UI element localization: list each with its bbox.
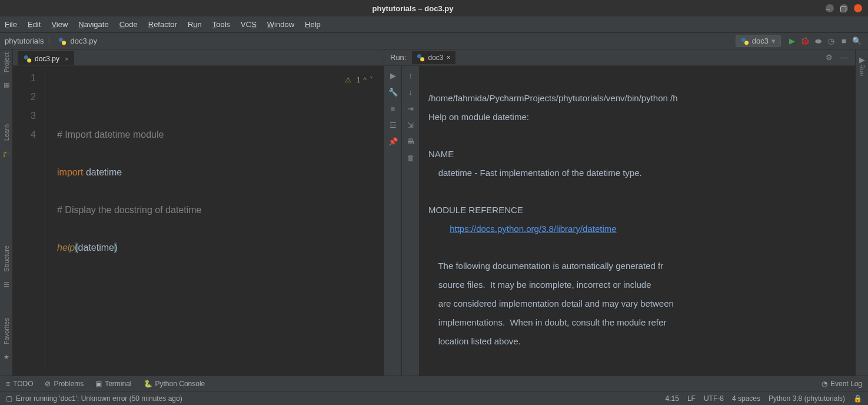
menu-tools[interactable]: Tools	[212, 20, 230, 29]
tool-python-console[interactable]: 🐍 Python Console	[144, 380, 205, 388]
status-icon[interactable]: ▢	[6, 394, 12, 403]
menu-code[interactable]: Code	[119, 20, 138, 29]
tool-todo[interactable]: ≡ TODO	[6, 380, 33, 388]
indent[interactable]: 4 spaces	[732, 394, 760, 403]
menu-help[interactable]: Help	[305, 20, 321, 29]
breadcrumb: phytutorials 〉 doc3.py	[5, 36, 736, 47]
layout-icon[interactable]: ☲	[388, 120, 398, 130]
close-tab-icon[interactable]: ×	[65, 55, 68, 62]
toolbar: phytutorials 〉 doc3.py doc3 ▾ ▶ 🐞 ⬬ ◷ ■ …	[0, 33, 868, 49]
svg-point-6	[417, 54, 421, 58]
menu-refactor[interactable]: Refactor	[148, 20, 177, 29]
menu-navigate[interactable]: Navigate	[78, 20, 108, 29]
tool-project[interactable]: Project	[3, 52, 10, 72]
debug-button[interactable]: 🐞	[800, 36, 810, 46]
settings-icon[interactable]: ⚙	[824, 53, 834, 62]
menu-edit[interactable]: Edit	[28, 20, 41, 29]
line-separator[interactable]: LF	[687, 394, 696, 403]
menu-vcs[interactable]: VCS	[241, 20, 257, 29]
minimize-pane-icon[interactable]: —	[840, 53, 849, 62]
trash-icon[interactable]: 🗑	[406, 153, 415, 162]
tool-structure[interactable]: Structure	[3, 245, 10, 272]
menu-view[interactable]: View	[51, 20, 68, 29]
scroll-icon[interactable]: ⇲	[406, 120, 415, 130]
run-pane: Run: doc3 × ⚙ — ▶ 🔧 ■ ☲ 📌 ↑ ↓ ⇥ ⇲	[384, 49, 855, 376]
console-output[interactable]: /home/fahmida/PycharmProjects/phytutoria…	[420, 66, 855, 376]
tool-favorites[interactable]: Favorites	[3, 318, 10, 344]
status-bar: ▢ Error running 'doc1': Unknown error (5…	[0, 391, 868, 405]
search-icon[interactable]: 🔍	[852, 36, 862, 46]
profile-button[interactable]: ◷	[826, 36, 836, 46]
lock-icon[interactable]: 🔒	[853, 394, 862, 403]
tool-run-label[interactable]: Run	[859, 64, 866, 76]
bottom-toolbar: ≡ TODO ⊘ Problems ▣ Terminal 🐍 Python Co…	[0, 376, 868, 391]
right-tool-strip: ▶ Run	[855, 49, 868, 376]
editor-tabs: doc3.py ×	[13, 49, 384, 66]
titlebar: phytutorials – doc3.py – ▢	[0, 0, 868, 16]
stop-button[interactable]: ■	[839, 36, 849, 46]
tool-learn[interactable]: Learn	[3, 124, 10, 141]
menu-window[interactable]: Window	[267, 20, 294, 29]
line-gutter: 1 2 3 4	[13, 66, 45, 376]
run-tab[interactable]: doc3 ×	[412, 51, 455, 64]
interpreter[interactable]: Python 3.8 (phytutorials)	[769, 394, 845, 403]
python-file-icon	[24, 55, 32, 63]
pin-icon[interactable]: 📌	[388, 137, 398, 146]
window-title: phytutorials – doc3.py	[6, 4, 820, 13]
up-icon[interactable]: ↑	[406, 71, 415, 80]
menubar: File Edit View Navigate Code Refactor Ru…	[0, 16, 868, 33]
svg-point-2	[741, 37, 746, 41]
run-button[interactable]: ▶	[787, 36, 797, 46]
run-gutter-right: ↑ ↓ ⇥ ⇲ 🖶 🗑	[402, 66, 420, 376]
learn-icon[interactable]: 🎓	[2, 150, 11, 157]
run-gutter-left: ▶ 🔧 ■ ☲ 📌	[384, 66, 402, 376]
coverage-button[interactable]: ⬬	[813, 36, 823, 46]
project-icon[interactable]: ▦	[4, 81, 9, 89]
python-icon	[741, 37, 749, 45]
wrench-icon[interactable]: 🔧	[388, 87, 398, 97]
code-editor[interactable]: 1 2 3 4 ⚠ 1 ^ ˅ # Import datetime module…	[13, 66, 384, 376]
event-log[interactable]: ◔ Event Log	[822, 380, 862, 388]
encoding[interactable]: UTF-8	[704, 394, 724, 403]
run-body: ▶ 🔧 ■ ☲ 📌 ↑ ↓ ⇥ ⇲ 🖶 🗑 /home/fahmida/Pych…	[384, 66, 855, 376]
menu-file[interactable]: File	[5, 20, 17, 29]
close-button[interactable]	[854, 4, 862, 12]
structure-icon[interactable]: ☰	[4, 281, 9, 288]
breadcrumb-file[interactable]: doc3.py	[70, 36, 97, 45]
python-icon	[417, 54, 425, 62]
softwrap-icon[interactable]: ⇥	[406, 104, 415, 113]
editor-pane: doc3.py × 1 2 3 4 ⚠ 1 ^ ˅ # Import datet…	[13, 49, 384, 376]
down-icon[interactable]: ↓	[406, 87, 415, 97]
print-icon[interactable]: 🖶	[406, 137, 415, 146]
run-title: Run:	[390, 53, 406, 62]
rerun-icon[interactable]: ▶	[388, 71, 398, 80]
code-content[interactable]: ⚠ 1 ^ ˅ # Import datetime module import …	[45, 66, 384, 376]
stop-icon[interactable]: ■	[388, 104, 398, 113]
left-tool-strip: Project ▦ Learn 🎓 Structure ☰ Favorites …	[0, 49, 13, 376]
menu-run[interactable]: Run	[188, 20, 202, 29]
close-run-tab-icon[interactable]: ×	[447, 54, 451, 62]
status-message: Error running 'doc1': Unknown error (50 …	[16, 394, 182, 403]
run-tool-icon[interactable]: ▶	[859, 55, 865, 64]
breadcrumb-root[interactable]: phytutorials	[5, 36, 44, 45]
minimize-button[interactable]: –	[826, 4, 834, 12]
svg-point-0	[59, 37, 63, 41]
svg-point-7	[421, 57, 425, 61]
main-content: Project ▦ Learn 🎓 Structure ☰ Favorites …	[0, 49, 868, 376]
tool-problems[interactable]: ⊘ Problems	[45, 380, 84, 388]
run-header: Run: doc3 × ⚙ —	[384, 49, 855, 66]
editor-tab-doc3[interactable]: doc3.py ×	[18, 51, 74, 65]
inspection-badge[interactable]: ⚠ 1 ^ ˅	[345, 71, 373, 89]
maximize-button[interactable]: ▢	[840, 4, 848, 12]
svg-point-4	[24, 55, 28, 59]
python-file-icon	[58, 37, 66, 45]
svg-point-5	[27, 58, 31, 62]
favorites-icon[interactable]: ★	[4, 353, 9, 361]
svg-point-3	[744, 41, 749, 45]
doc-link[interactable]: https://docs.python.org/3.8/library/date…	[450, 224, 616, 234]
svg-point-1	[62, 41, 66, 45]
tool-terminal[interactable]: ▣ Terminal	[95, 380, 131, 388]
cursor-position[interactable]: 4:15	[666, 394, 679, 403]
run-config-selector[interactable]: doc3 ▾	[736, 35, 781, 47]
